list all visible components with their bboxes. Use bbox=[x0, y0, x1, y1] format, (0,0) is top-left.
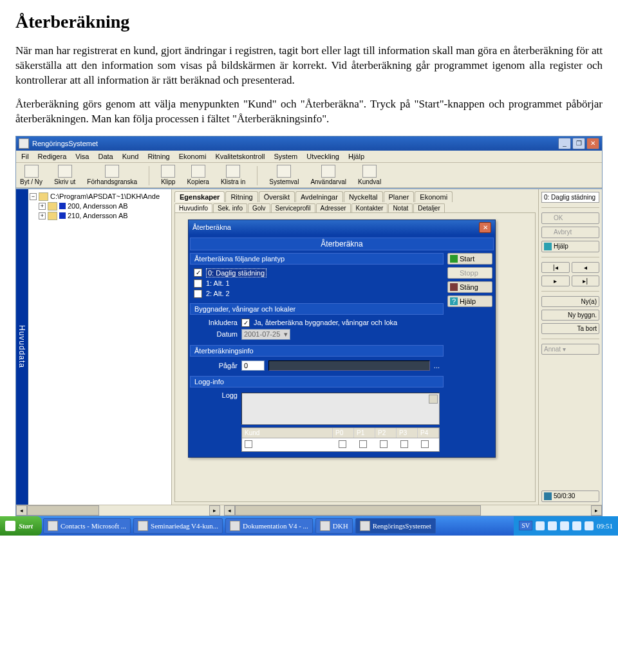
tab-egenskaper[interactable]: Egenskaper bbox=[174, 191, 225, 202]
left-tab-huvuddata[interactable]: Huvuddata bbox=[16, 189, 28, 505]
tree-root[interactable]: − C:\Program\APSDAT~1\DKH\Ande bbox=[30, 192, 170, 201]
nav-prev-button[interactable]: ◂ bbox=[572, 262, 600, 273]
maximize-button[interactable]: ❐ bbox=[572, 138, 585, 149]
annat-button[interactable]: Annat ▾ bbox=[541, 344, 599, 355]
stopp-button[interactable]: Stopp bbox=[447, 267, 492, 279]
menu-hjalp[interactable]: Hjälp bbox=[348, 153, 364, 160]
hjalp-button[interactable]: ?Hjälp bbox=[447, 295, 492, 307]
tool-klistra-in[interactable]: Klistra in bbox=[221, 165, 245, 185]
nya-button[interactable]: Ny(a) bbox=[541, 296, 599, 307]
task-dokumentation[interactable]: Dokumentation V4 - ... bbox=[225, 518, 313, 534]
th-p3[interactable]: P3 bbox=[397, 428, 418, 438]
task-seminariedag[interactable]: Seminariedag V4-kun... bbox=[133, 518, 223, 534]
language-indicator[interactable]: SV bbox=[519, 521, 532, 530]
tab-ritning[interactable]: Ritning bbox=[225, 191, 258, 202]
subtab-kontakter[interactable]: Kontakter bbox=[351, 203, 388, 212]
th-p2[interactable]: P2 bbox=[375, 428, 397, 438]
scroll-right-icon[interactable]: ▸ bbox=[591, 505, 602, 516]
tab-ekonomi[interactable]: Ekonomi bbox=[415, 191, 453, 202]
scroll-left-icon[interactable]: ◂ bbox=[16, 505, 27, 516]
row-p2-checkbox[interactable] bbox=[380, 440, 388, 448]
tool-skriv-ut[interactable]: Skriv ut bbox=[54, 165, 75, 185]
row-p3-checkbox[interactable] bbox=[400, 440, 408, 448]
th-p0[interactable]: P0 bbox=[333, 428, 354, 438]
tool-byt-ny[interactable]: Byt / Ny bbox=[20, 165, 42, 185]
tray-icon[interactable] bbox=[536, 521, 545, 530]
tool-anvandarval[interactable]: Användarval bbox=[310, 165, 346, 185]
tab-avdelningar[interactable]: Avdelningar bbox=[295, 191, 343, 202]
scroll-right-icon[interactable]: ▸ bbox=[209, 505, 220, 516]
checkbox-inkludera[interactable]: ✓ bbox=[241, 319, 250, 327]
horizontal-scrollbar[interactable]: ◂ ▸ ◂ ▸ bbox=[16, 505, 602, 516]
plantyp-field[interactable]: 0: Daglig städning bbox=[541, 192, 599, 203]
tray-icon[interactable] bbox=[572, 521, 581, 530]
th-kund[interactable]: Kund bbox=[242, 428, 333, 438]
checkbox-opt1[interactable] bbox=[194, 279, 202, 288]
tab-oversikt[interactable]: Översikt bbox=[259, 191, 295, 202]
expand-icon[interactable]: + bbox=[39, 212, 46, 219]
tab-planer[interactable]: Planer bbox=[384, 191, 415, 202]
menu-kvalitet[interactable]: Kvalitetskontroll bbox=[215, 153, 265, 160]
menu-ritning[interactable]: Ritning bbox=[147, 153, 169, 160]
scroll-left-icon[interactable]: ◂ bbox=[224, 505, 235, 516]
tool-kopiera[interactable]: Kopiera bbox=[187, 165, 209, 185]
tool-forhandsgranska[interactable]: Förhandsgranska bbox=[87, 165, 137, 185]
row-p1-checkbox[interactable] bbox=[359, 440, 367, 448]
task-rengoring[interactable]: RengöringsSystemet bbox=[355, 518, 436, 534]
tabort-button[interactable]: Ta bort bbox=[541, 323, 599, 334]
task-contacts[interactable]: Contacts - Microsoft ... bbox=[43, 518, 131, 534]
table-row[interactable]: Andersson AB bbox=[242, 438, 439, 451]
scroll-up-icon[interactable] bbox=[429, 395, 438, 404]
subtab-adresser[interactable]: Adresser bbox=[316, 203, 351, 212]
tool-kundval[interactable]: Kundval bbox=[358, 165, 381, 185]
subtab-notat[interactable]: Notat bbox=[388, 203, 413, 212]
menu-data[interactable]: Data bbox=[98, 153, 113, 160]
checkbox-opt0[interactable]: ✓ bbox=[194, 268, 202, 277]
minimize-button[interactable]: _ bbox=[558, 138, 571, 149]
menu-redigera[interactable]: Redigera bbox=[38, 153, 67, 160]
start-button[interactable]: Start bbox=[0, 516, 42, 536]
expand-icon[interactable]: + bbox=[39, 203, 46, 210]
scroll-thumb[interactable] bbox=[235, 505, 481, 516]
nybyggn-button[interactable]: Ny byggn. bbox=[541, 310, 599, 321]
start-button[interactable]: Start bbox=[447, 253, 492, 265]
menu-system[interactable]: System bbox=[274, 153, 298, 160]
row-p4-checkbox[interactable] bbox=[421, 440, 429, 448]
collapse-icon[interactable]: − bbox=[30, 193, 37, 200]
volume-icon[interactable] bbox=[585, 521, 594, 530]
tab-nyckeltal[interactable]: Nyckeltal bbox=[344, 191, 383, 202]
menu-visa[interactable]: Visa bbox=[75, 153, 89, 160]
tool-klipp[interactable]: Klipp bbox=[161, 165, 175, 185]
th-p1[interactable]: P1 bbox=[354, 428, 375, 438]
hjalp-button[interactable]: Hjälp bbox=[541, 241, 599, 252]
tool-systemval[interactable]: Systemval bbox=[269, 165, 299, 185]
tree-item-1[interactable]: + 200, Andersson AB bbox=[30, 201, 170, 211]
menu-fil[interactable]: Fil bbox=[21, 153, 29, 160]
nav-next-button[interactable]: ▸ bbox=[541, 275, 570, 286]
task-dkh[interactable]: DKH bbox=[315, 518, 353, 534]
row-checkbox[interactable] bbox=[245, 440, 252, 448]
nav-last-button[interactable]: ▸| bbox=[572, 275, 600, 286]
close-button[interactable]: ✕ bbox=[586, 138, 599, 149]
subtab-serviceprofil[interactable]: Serviceprofil bbox=[271, 203, 315, 212]
tray-icon[interactable] bbox=[548, 521, 557, 530]
nav-first-button[interactable]: |◂ bbox=[541, 262, 570, 273]
th-p4[interactable]: P4 bbox=[418, 428, 439, 438]
subtab-golv[interactable]: Golv bbox=[248, 203, 270, 212]
logg-textarea[interactable] bbox=[241, 393, 440, 425]
menu-kund[interactable]: Kund bbox=[122, 153, 139, 160]
tree-item-2[interactable]: + 210, Andersson AB bbox=[30, 211, 170, 221]
ok-button[interactable]: OK bbox=[541, 212, 599, 224]
menu-ekonomi[interactable]: Ekonomi bbox=[179, 153, 207, 160]
avbryt-button[interactable]: Avbryt bbox=[541, 227, 599, 238]
subtab-huvudinfo[interactable]: Huvudinfo bbox=[174, 203, 212, 212]
subtab-detaljer[interactable]: Detaljer bbox=[413, 203, 444, 212]
checkbox-opt2[interactable] bbox=[194, 290, 202, 298]
datum-field[interactable]: 2001-07-25 ▾ bbox=[241, 329, 290, 340]
dialog-close-button[interactable]: ✕ bbox=[479, 222, 491, 233]
menu-utveckling[interactable]: Utveckling bbox=[306, 153, 339, 160]
subtab-sek-info[interactable]: Sek. info bbox=[213, 203, 247, 212]
stang-button[interactable]: Stäng bbox=[447, 281, 492, 293]
clock[interactable]: 09:51 bbox=[597, 522, 613, 530]
tray-icon[interactable] bbox=[560, 521, 569, 530]
